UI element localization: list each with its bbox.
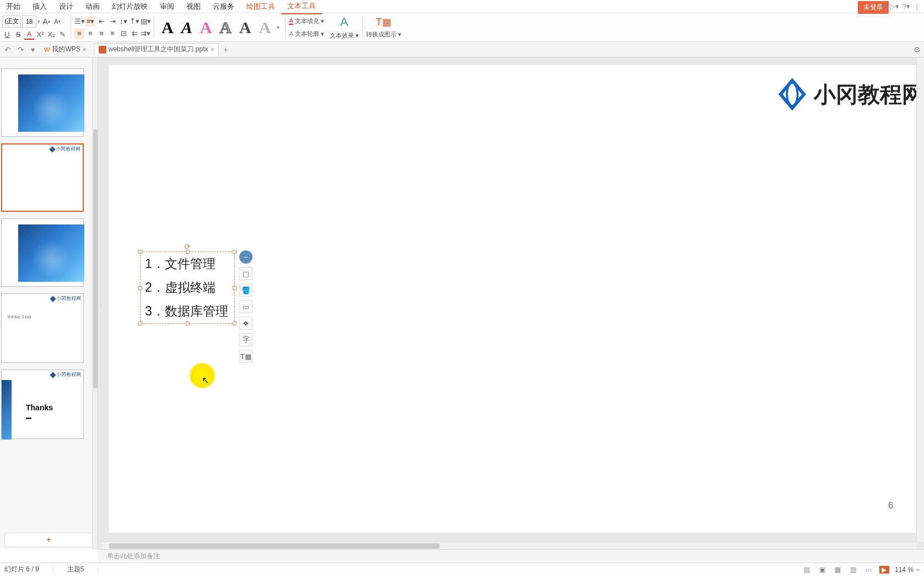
thumbnail-7[interactable] [1,218,84,287]
underline-icon[interactable]: U [2,30,12,40]
menu-animation[interactable]: 动画 [79,0,106,14]
text-style-5[interactable]: A [235,18,255,37]
paint-icon[interactable]: 🪣 [239,283,253,297]
text-style-3[interactable]: A [196,18,216,37]
resize-handle[interactable] [138,286,142,290]
decrease-font-icon[interactable]: A▾ [52,17,62,26]
new-tab-icon[interactable]: + [221,45,230,54]
resize-handle[interactable] [233,250,237,254]
indent-left-icon[interactable]: ⇇ [130,29,139,39]
menu-slideshow[interactable]: 幻灯片放映 [106,0,154,14]
menu-drawing-tools[interactable]: 绘图工具 [240,0,281,14]
sorter-view-icon[interactable]: ▦ [833,566,843,574]
align-left-icon[interactable]: ≡ [74,29,84,39]
nav-dropdown-icon[interactable]: ▾ [29,45,37,54]
resize-handle[interactable] [138,250,142,254]
outline-icon[interactable]: ▭ [239,300,253,313]
resize-handle[interactable] [233,286,237,290]
slide-canvas[interactable]: 小冈教程网 ⟳ 1．文件管理 2．虚拟终端 3．数据库管理 − ▢ 🪣 [109,65,924,533]
thumbnail-6[interactable]: 小冈教程网 [1,143,84,212]
resize-handle[interactable] [138,322,142,325]
scrollbar-thumb[interactable] [109,543,440,549]
notes-bar[interactable]: 单击此处添加备注 [98,549,924,563]
menu-insert[interactable]: 插入 [26,0,53,14]
more-icon[interactable]: ⋮ [914,2,921,10]
columns-icon[interactable]: ▤▾ [141,17,151,26]
normal-view-icon[interactable]: ▣ [818,566,828,574]
bullets-icon[interactable]: ☰▾ [74,17,84,26]
outline-view-icon[interactable]: ▭ [864,566,874,574]
zoom-out-icon[interactable]: − [916,566,920,574]
increase-font-icon[interactable]: A▴ [41,17,51,26]
font-name-select[interactable]: (正文 [2,15,21,28]
highlight-icon[interactable]: ✎ [57,30,67,40]
align-right-icon[interactable]: ≡ [96,29,106,39]
text-effect-icon[interactable]: A [340,15,348,29]
text-style-1[interactable]: A [158,18,178,37]
text-style-4[interactable]: A [216,18,235,37]
vertical-scrollbar[interactable] [916,57,924,542]
skin-icon[interactable]: ▷▾ [890,2,899,10]
side-scrollbar[interactable] [92,57,98,549]
vertical-align-icon[interactable]: ⊟ [119,29,128,39]
text-outline-button[interactable]: A文本轮廓▾ [289,30,324,38]
align-justify-icon[interactable]: ≡ [108,29,117,39]
text-style-2[interactable]: A [178,18,196,37]
transform-icon[interactable]: T▦ [239,350,253,363]
collapse-icon[interactable]: − [239,250,253,264]
help-icon[interactable]: ?▾ [902,2,910,10]
shape-fill-icon[interactable]: ▢ [239,267,253,280]
numbering-icon[interactable]: ≡▾ [85,17,95,26]
thumbnail-8[interactable]: 小冈教程网 管理系统 手机版 [1,293,84,363]
superscript-icon[interactable]: X² [35,30,45,40]
strikethrough-icon[interactable]: S [13,30,23,40]
scrollbar-thumb[interactable] [93,129,98,388]
selected-textbox[interactable]: ⟳ 1．文件管理 2．虚拟终端 3．数据库管理 [140,251,235,324]
nav-forward-icon[interactable]: ↷ [15,45,26,54]
subscript-icon[interactable]: X₂ [46,30,56,40]
line-spacing-icon[interactable]: ↕▾ [119,17,128,26]
options-icon[interactable]: ⚙ [914,45,924,54]
font-size-dropdown[interactable]: ▾ [37,19,40,24]
font-size-select[interactable]: 18 [22,15,36,28]
font-color-icon[interactable]: A [24,30,34,40]
tab-document[interactable]: webshell管理工具之中国菜刀.pptx × [94,43,219,56]
menu-home[interactable]: 开始 [0,0,26,14]
close-icon[interactable]: × [83,46,87,53]
menu-view[interactable]: 视图 [180,0,207,14]
notes-view-icon[interactable]: ▤ [802,566,812,574]
nav-back-icon[interactable]: ↶ [2,45,13,54]
menu-review[interactable]: 审阅 [154,0,180,14]
menu-text-tools[interactable]: 文本工具 [281,0,322,14]
thumbnail-9[interactable]: 小冈教程网 Thanks [1,370,84,439]
convert-to-diagram-button[interactable]: 转换成图示▾ [366,30,401,39]
text-effect-button[interactable]: 文本效果▾ [330,31,359,40]
close-icon[interactable]: × [210,46,214,53]
thumbnail-5[interactable] [1,68,84,137]
list-item-3[interactable]: 3．数据库管理 [141,299,234,323]
sync-icon[interactable]: ⟲ [880,2,887,10]
horizontal-scrollbar[interactable] [101,542,916,549]
text-fill-button[interactable]: A文本填充▾ [289,17,324,25]
reading-view-icon[interactable]: ▥ [848,566,858,574]
menu-cloud[interactable]: 云服务 [207,0,240,14]
resize-handle[interactable] [186,322,190,325]
styles-dropdown-icon[interactable]: ▾ [275,24,282,30]
align-center-icon[interactable]: ≡ [85,29,95,39]
text-direction-icon[interactable]: ⤒▾ [130,17,139,26]
text-style-6[interactable]: A [255,18,275,37]
resize-handle[interactable] [233,322,237,325]
add-slide-button[interactable]: + [4,533,93,547]
convert-icon[interactable]: T▦ [376,16,391,28]
tab-mywps[interactable]: W 我的WPS × [39,43,92,56]
slideshow-icon[interactable]: ▶ [879,566,889,574]
layers-icon[interactable]: ❖ [239,317,253,330]
zoom-value[interactable]: 114 % [895,566,914,574]
decrease-indent-icon[interactable]: ⇤ [96,17,106,26]
resize-handle[interactable] [186,250,190,254]
text-tool-icon[interactable]: 字 [239,333,253,346]
increase-indent-icon[interactable]: ⇥ [108,17,117,26]
list-item-2[interactable]: 2．虚拟终端 [141,276,234,299]
menu-design[interactable]: 设计 [53,0,79,14]
indent-right-icon[interactable]: ⇉▾ [141,29,151,39]
